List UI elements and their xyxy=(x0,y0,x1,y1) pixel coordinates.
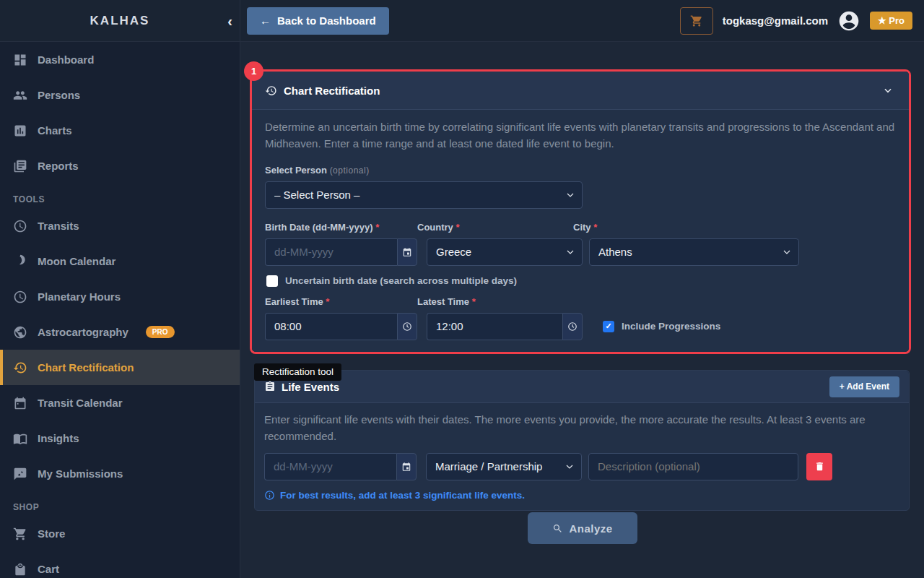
chart-rectification-body: Determine an uncertain birth time by cor… xyxy=(252,110,909,352)
clock-icon[interactable] xyxy=(397,313,417,340)
city-select-wrap: Athens xyxy=(589,238,799,266)
sidebar-item-chart-rectification[interactable]: Chart Rectification xyxy=(0,350,240,385)
birth-date-group xyxy=(265,238,417,266)
sidebar-section-shop: SHOP xyxy=(0,491,240,516)
sidebar-item-my-submissions[interactable]: My Submissions xyxy=(0,456,240,491)
sidebar-item-store[interactable]: Store xyxy=(0,516,240,551)
country-dropdown[interactable]: Greece xyxy=(427,238,583,266)
info-icon xyxy=(264,490,275,501)
reports-icon xyxy=(13,159,27,173)
topbar-main: ← Back to Dashboard togkasg@gmail.com ★ … xyxy=(240,0,924,41)
clock-icon xyxy=(13,290,27,304)
event-row: Marriage / Partnership xyxy=(264,453,899,480)
info-note-text: For best results, add at least 3 signifi… xyxy=(280,490,525,501)
cart-button[interactable] xyxy=(680,7,713,35)
event-type-select-wrap: Marriage / Partnership xyxy=(426,453,582,480)
calendar-icon[interactable] xyxy=(396,453,417,480)
rectification-tooltip: Rectification tool xyxy=(254,363,341,381)
earliest-time-label: Earliest Time * xyxy=(265,296,417,307)
sidebar-item-label: Transits xyxy=(38,220,79,232)
sidebar-item-reports[interactable]: Reports xyxy=(0,148,240,184)
analyze-button-label: Analyze xyxy=(569,522,612,535)
submission-icon xyxy=(13,467,27,481)
back-button-label: Back to Dashboard xyxy=(277,14,376,27)
main-content: 1 Chart Rectification Determine an uncer… xyxy=(241,42,924,578)
moon-icon xyxy=(13,254,27,269)
sidebar-item-moon-calendar[interactable]: Moon Calendar xyxy=(0,243,240,279)
uncertain-birth-date-checkbox-row[interactable]: Uncertain birth date (search across mult… xyxy=(266,275,896,287)
panel-title: Chart Rectification xyxy=(284,85,380,97)
sidebar-header: KALHAS ‹ xyxy=(0,0,240,41)
sidebar-item-label: Astrocartography xyxy=(38,326,128,338)
chart-rectification-header[interactable]: Chart Rectification xyxy=(252,72,909,110)
check-icon: ✓ xyxy=(605,322,611,331)
select-person-dropdown[interactable]: – Select Person – xyxy=(265,181,583,209)
analyze-button[interactable]: Analyze xyxy=(528,512,637,544)
calendar-icon[interactable] xyxy=(397,238,417,266)
sidebar-item-label: Charts xyxy=(38,124,72,137)
sidebar-item-persons[interactable]: Persons xyxy=(0,77,240,113)
country-label: Country * xyxy=(417,222,573,233)
latest-time-group xyxy=(427,313,583,340)
sidebar-item-astrocartography[interactable]: Astrocartography PRO xyxy=(0,314,240,350)
optional-hint: (optional) xyxy=(330,165,370,176)
uncertain-birth-date-label: Uncertain birth date (search across mult… xyxy=(285,275,517,286)
country-select-wrap: Greece xyxy=(427,238,583,266)
sidebar-item-dashboard[interactable]: Dashboard xyxy=(0,42,240,77)
globe-icon xyxy=(13,325,27,340)
user-email: togkasg@gmail.com xyxy=(723,14,828,27)
dashboard-icon xyxy=(13,53,27,67)
pro-badge[interactable]: ★ Pro xyxy=(870,12,912,30)
search-icon xyxy=(552,523,563,534)
panel-description: Determine an uncertain birth time by cor… xyxy=(265,118,896,152)
clock-icon[interactable] xyxy=(562,313,583,340)
city-dropdown[interactable]: Athens xyxy=(589,238,799,266)
select-person-wrap: – Select Person – xyxy=(265,181,583,209)
sidebar-section-tools: TOOLS xyxy=(0,184,240,208)
add-event-button[interactable]: + Add Event xyxy=(829,376,899,397)
sidebar-item-label: Persons xyxy=(38,89,80,101)
avatar[interactable] xyxy=(837,9,860,33)
checkbox-checked[interactable]: ✓ xyxy=(603,321,614,332)
include-progressions-label: Include Progressions xyxy=(622,321,720,332)
life-events-description: Enter significant life events with their… xyxy=(264,411,899,445)
panel-title: Life Events xyxy=(282,381,339,393)
sidebar-item-label: Store xyxy=(38,527,65,540)
delete-event-button[interactable] xyxy=(806,453,832,480)
include-progressions-checkbox-row[interactable]: ✓ Include Progressions xyxy=(603,321,720,332)
collapse-panel-button[interactable] xyxy=(880,82,896,98)
sidebar-item-label: Transit Calendar xyxy=(38,397,123,409)
event-date-input[interactable] xyxy=(264,453,396,480)
trash-icon xyxy=(814,461,825,472)
sidebar: Dashboard Persons Charts Reports TOOLS T… xyxy=(0,42,240,578)
city-label: City * xyxy=(573,222,783,233)
clock-icon xyxy=(13,219,27,233)
sidebar-item-insights[interactable]: Insights xyxy=(0,420,240,456)
event-type-dropdown[interactable]: Marriage / Partnership xyxy=(426,453,582,480)
life-events-card: Life Events + Add Event Enter significan… xyxy=(254,370,910,511)
brand-logo: KALHAS xyxy=(90,14,150,28)
sidebar-item-cart[interactable]: Cart xyxy=(0,551,240,578)
event-description-input[interactable] xyxy=(588,453,798,480)
back-to-dashboard-button[interactable]: ← Back to Dashboard xyxy=(247,7,389,35)
chart-rectification-card: Chart Rectification Determine an uncerta… xyxy=(252,72,909,352)
life-events-body: Enter significant life events with their… xyxy=(255,403,909,510)
bar-chart-icon xyxy=(13,124,27,138)
checkbox-unchecked[interactable] xyxy=(266,275,278,287)
chevron-down-icon xyxy=(883,85,893,95)
sidebar-item-label: Moon Calendar xyxy=(38,255,116,267)
cart-icon xyxy=(13,527,27,541)
life-events-header: Life Events + Add Event xyxy=(255,371,909,403)
sidebar-item-label: Planetary Hours xyxy=(38,290,121,303)
birth-date-input[interactable] xyxy=(265,238,397,266)
latest-time-input[interactable] xyxy=(427,313,562,340)
sidebar-item-charts[interactable]: Charts xyxy=(0,113,240,148)
sidebar-item-planetary-hours[interactable]: Planetary Hours xyxy=(0,279,240,314)
arrow-left-icon: ← xyxy=(260,14,271,27)
sidebar-item-transits[interactable]: Transits xyxy=(0,208,240,243)
earliest-time-input[interactable] xyxy=(265,313,397,340)
sidebar-item-label: My Submissions xyxy=(38,467,123,480)
sidebar-item-transit-calendar[interactable]: Transit Calendar xyxy=(0,385,240,420)
select-person-label: Select Person (optional) xyxy=(265,165,896,176)
sidebar-collapse-icon[interactable]: ‹ xyxy=(227,14,232,28)
